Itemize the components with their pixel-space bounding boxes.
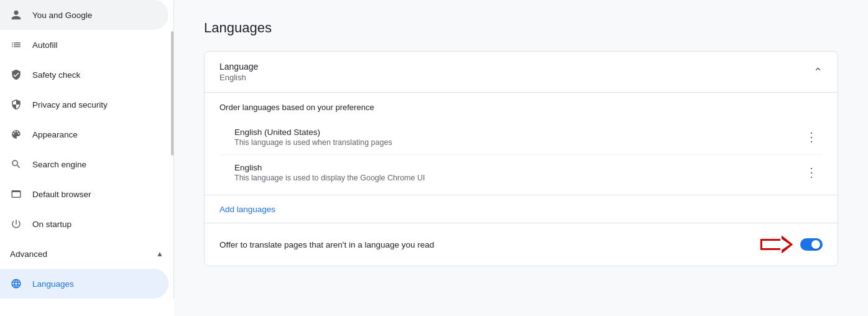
sidebar-item-privacy-security[interactable]: Privacy and security bbox=[0, 90, 169, 119]
sidebar: You and Google Autofill Safety check Pri… bbox=[0, 0, 174, 316]
sidebar-scrollbar-track bbox=[170, 0, 174, 316]
language-desc-1: This language is used to display the Goo… bbox=[234, 174, 800, 182]
order-section: Order languages based on your preference… bbox=[205, 93, 838, 195]
language-section-chevron-icon: ⌃ bbox=[813, 65, 823, 79]
main-content: Languages Language English ⌃ Order langu… bbox=[174, 0, 868, 316]
power-icon bbox=[10, 218, 22, 230]
list-icon bbox=[10, 39, 22, 51]
language-entry-content-1: English This language is used to display… bbox=[234, 163, 800, 182]
globe-icon bbox=[10, 277, 22, 290]
language-menu-button-1[interactable]: ⋮ bbox=[800, 162, 823, 182]
sidebar-item-label-languages: Languages bbox=[32, 279, 74, 289]
sidebar-item-languages[interactable]: Languages bbox=[0, 269, 169, 299]
red-arrow-indicator bbox=[758, 233, 795, 256]
advanced-chevron-icon: ▲ bbox=[156, 249, 164, 258]
sidebar-item-label-on-startup: On startup bbox=[32, 220, 72, 229]
language-header-subtitle: English bbox=[219, 73, 813, 82]
palette-icon bbox=[10, 128, 22, 141]
advanced-label: Advanced bbox=[10, 249, 47, 259]
sidebar-item-label-you-and-google: You and Google bbox=[32, 11, 92, 20]
language-name-1: English bbox=[234, 163, 800, 172]
sidebar-item-appearance[interactable]: Appearance bbox=[0, 119, 169, 149]
sidebar-item-safety-check[interactable]: Safety check bbox=[0, 60, 169, 90]
language-header-content: Language English bbox=[219, 62, 813, 82]
offer-translate-row: Offer to translate pages that aren't in … bbox=[205, 223, 838, 266]
sidebar-item-label-autofill: Autofill bbox=[32, 40, 58, 50]
shield-icon bbox=[10, 98, 22, 111]
language-header-title: Language bbox=[219, 62, 813, 72]
person-icon bbox=[10, 9, 22, 21]
sidebar-scrollbar-thumb bbox=[171, 31, 173, 156]
language-name-0: English (United States) bbox=[234, 128, 800, 137]
sidebar-item-label-safety-check: Safety check bbox=[32, 70, 80, 80]
add-languages-row: Add languages bbox=[205, 195, 838, 223]
toggle-area bbox=[758, 233, 823, 256]
search-icon bbox=[10, 158, 22, 170]
sidebar-item-default-browser[interactable]: Default browser bbox=[0, 179, 169, 209]
languages-card: Language English ⌃ Order languages based… bbox=[204, 51, 838, 266]
sidebar-item-label-default-browser: Default browser bbox=[32, 190, 91, 199]
shield-check-icon bbox=[10, 68, 22, 81]
language-desc-0: This language is used when translating p… bbox=[234, 138, 800, 147]
browser-icon bbox=[10, 188, 22, 200]
language-menu-button-0[interactable]: ⋮ bbox=[800, 127, 823, 147]
language-entry-1: English This language is used to display… bbox=[219, 155, 823, 190]
sidebar-item-on-startup[interactable]: On startup bbox=[0, 209, 169, 239]
language-header-row[interactable]: Language English ⌃ bbox=[205, 52, 838, 93]
language-entry-0: English (United States) This language is… bbox=[219, 119, 823, 155]
offer-translate-toggle[interactable] bbox=[800, 238, 823, 251]
page-title: Languages bbox=[204, 20, 838, 36]
language-entry-content-0: English (United States) This language is… bbox=[234, 128, 800, 147]
offer-translate-label: Offer to translate pages that aren't in … bbox=[219, 240, 758, 249]
sidebar-item-label-search-engine: Search engine bbox=[32, 160, 86, 169]
order-label: Order languages based on your preference bbox=[219, 103, 823, 112]
sidebar-item-search-engine[interactable]: Search engine bbox=[0, 149, 169, 179]
add-languages-button[interactable]: Add languages bbox=[219, 205, 275, 214]
sidebar-item-label-privacy-security: Privacy and security bbox=[32, 100, 108, 109]
sidebar-item-label-appearance: Appearance bbox=[32, 130, 78, 139]
sidebar-advanced-header[interactable]: Advanced ▲ bbox=[0, 239, 173, 269]
sidebar-item-you-and-google[interactable]: You and Google bbox=[0, 0, 169, 30]
sidebar-item-autofill[interactable]: Autofill bbox=[0, 30, 169, 60]
